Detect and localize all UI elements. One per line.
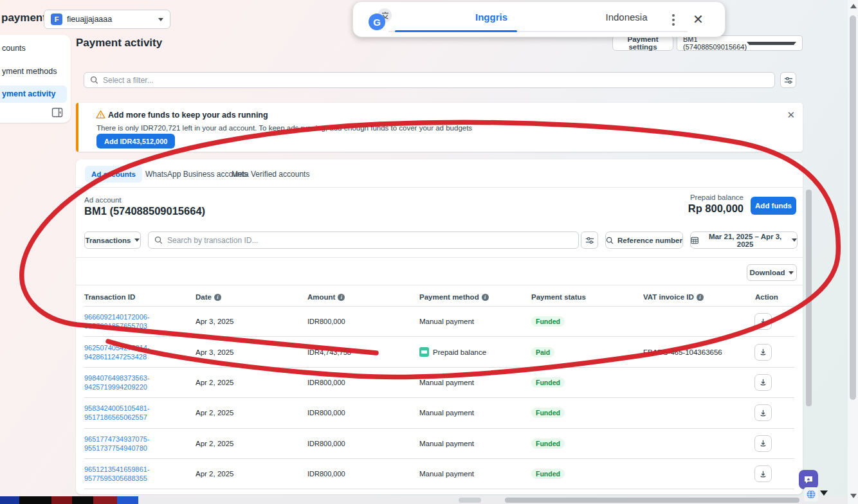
info-icon[interactable]: i [697, 294, 704, 301]
status-badge: Funded [531, 469, 565, 479]
divider [76, 187, 803, 188]
more-options-icon[interactable] [668, 11, 679, 29]
sidebar: counts yment methods yment activity [0, 35, 71, 123]
download-icon [759, 318, 767, 326]
horizontal-scrollbar-thumb[interactable] [505, 498, 799, 503]
payment-method-cell: Manual payment [419, 318, 531, 325]
amount-cell: IDR800,000 [307, 379, 419, 386]
transaction-id-link[interactable]: 9666092140172006-9557921857655703 [84, 312, 196, 330]
add-funds-button[interactable]: Add funds [751, 197, 796, 215]
close-icon[interactable]: ✕ [787, 109, 795, 121]
google-translate-icon: G [369, 8, 392, 32]
transactions-type-value: Transactions [86, 237, 131, 244]
status-badge: Paid [531, 347, 554, 357]
chat-bubble-icon [803, 474, 814, 485]
transaction-id-link[interactable]: 9651213541659861-9577595305688355 [84, 465, 196, 483]
chevron-down-icon [792, 239, 797, 242]
download-invoice-button[interactable] [754, 374, 772, 391]
date-cell: Apr 3, 2025 [196, 318, 307, 325]
search-adjust-button[interactable] [581, 231, 598, 249]
horizontal-scrollbar-segment [459, 498, 481, 503]
low-funds-alert: Add more funds to keep your ads running … [76, 103, 803, 152]
transaction-search-input[interactable]: Search by transaction ID... [148, 231, 579, 249]
transaction-id-link[interactable]: 9984076498373563-9425719994209220 [84, 374, 196, 392]
status-badge: Funded [531, 408, 565, 418]
active-tab-underline [395, 30, 517, 32]
download-invoice-button[interactable] [754, 404, 772, 421]
payment-status-cell: Funded [531, 316, 643, 327]
transaction-id-link[interactable]: 9651774734937075-9551737754940780 [84, 435, 196, 453]
payment-method-cell: Manual payment [419, 470, 531, 478]
scroll-down-icon[interactable] [850, 494, 857, 498]
download-invoice-button[interactable] [754, 344, 772, 361]
download-invoice-button[interactable] [754, 313, 772, 330]
account-selector-dropdown[interactable]: BM1 (574088509015664) [677, 35, 803, 51]
info-icon[interactable]: i [214, 294, 221, 301]
download-icon [759, 470, 767, 478]
column-header-transaction-id: Transaction ID [84, 293, 196, 301]
payment-settings-button[interactable]: Payment settings [612, 35, 673, 51]
info-icon[interactable]: i [338, 294, 345, 301]
status-badge: Funded [531, 438, 565, 449]
transactions-table: Transaction IDDateiAmountiPayment method… [84, 288, 794, 489]
download-icon [759, 409, 767, 417]
filter-placeholder: Select a filter... [103, 76, 154, 85]
filter-adjust-button[interactable] [780, 72, 796, 88]
download-button[interactable]: Download [747, 264, 797, 281]
date-cell: Apr 2, 2025 [196, 470, 307, 478]
chevron-down-icon [134, 239, 140, 242]
table-body: 9666092140172006-9557921857655703Apr 3, … [84, 307, 794, 489]
translate-tab-target[interactable]: Indonesia [546, 2, 707, 32]
scroll-up-icon[interactable] [850, 4, 857, 8]
table-row: 9666092140172006-9557921857655703Apr 3, … [84, 307, 794, 337]
globe-icon[interactable] [804, 487, 818, 501]
amount-cell: IDR4,743,758 [307, 348, 419, 356]
business-selector-dropdown[interactable]: F fieuajjajaaaa [44, 10, 170, 29]
alert-title: Add more funds to keep your ads running [108, 111, 268, 120]
transaction-id-link[interactable]: 9625074054273814-9428611247253428 [84, 343, 196, 361]
transaction-search-placeholder: Search by transaction ID... [167, 236, 258, 245]
sidebar-item-payment-methods[interactable]: yment methods [2, 67, 57, 76]
amount-cell: IDR800,000 [307, 470, 419, 478]
download-invoice-button[interactable] [754, 435, 772, 452]
column-header-payment-method: Payment methodi [419, 293, 531, 301]
chevron-down-icon [747, 42, 796, 45]
chat-widget-button[interactable] [799, 470, 818, 489]
download-icon [759, 348, 767, 356]
table-header-row: Transaction IDDateiAmountiPayment method… [84, 288, 794, 307]
transaction-id-link[interactable]: 9583424005105481-9517186565062557 [84, 404, 196, 422]
date-range-value: Mar 21, 2025 – Apr 3, 2025 [702, 233, 788, 248]
translate-popup: G Inggris Indonesia ✕ [352, 1, 726, 37]
tab-meta-verified-accounts[interactable]: Meta Verified accounts [225, 166, 316, 183]
reference-number-button[interactable]: Reference number [605, 231, 683, 249]
sidebar-item-accounts[interactable]: counts [2, 44, 26, 53]
content-scrollbar-thumb[interactable] [806, 190, 812, 406]
divider [76, 257, 803, 258]
filter-input[interactable]: Select a filter... [84, 72, 775, 88]
sidebar-item-payment-activity[interactable]: yment activity [2, 89, 55, 98]
table-row: 9651213541659861-9577595305688355Apr 2, … [84, 459, 794, 489]
status-badge: Funded [531, 316, 565, 327]
add-funds-alert-button[interactable]: Add IDR43,512,000 [96, 134, 175, 148]
tab-ad-accounts[interactable]: Ad accounts [85, 166, 142, 183]
payment-method-cell: Manual payment [419, 379, 531, 386]
sliders-icon [585, 236, 594, 245]
search-icon [154, 236, 163, 244]
download-icon [759, 439, 767, 447]
transactions-type-dropdown[interactable]: Transactions [84, 231, 141, 249]
chevron-down-icon [158, 18, 163, 21]
payment-method-cell: Manual payment [419, 440, 531, 447]
close-icon[interactable]: ✕ [693, 11, 704, 28]
amount-cell: IDR800,000 [307, 409, 419, 417]
info-icon[interactable]: i [482, 294, 489, 301]
download-invoice-button[interactable] [754, 465, 772, 482]
date-range-button[interactable]: Mar 21, 2025 – Apr 3, 2025 [690, 231, 798, 249]
window-scrollbar-thumb[interactable] [850, 15, 856, 400]
sidebar-collapse-icon[interactable] [51, 107, 63, 118]
reference-number-label: Reference number [617, 237, 682, 244]
search-icon [606, 237, 614, 244]
caret-down-icon[interactable] [820, 491, 828, 496]
table-row: 9984076498373563-9425719994209220Apr 2, … [84, 368, 794, 398]
download-label: Download [750, 269, 785, 276]
payment-status-cell: Funded [531, 469, 643, 479]
